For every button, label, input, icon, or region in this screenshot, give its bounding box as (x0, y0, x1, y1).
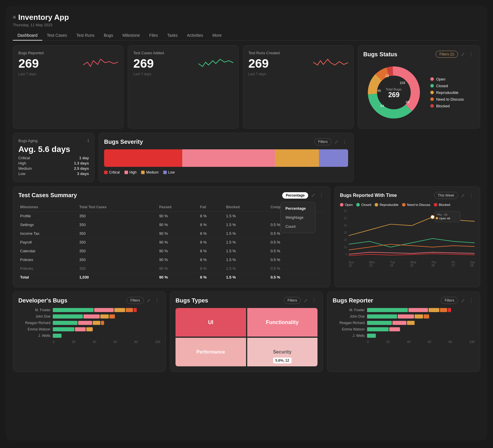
tooltip-dot (431, 215, 434, 219)
treemap-ui[interactable]: UI (176, 308, 246, 337)
bugs-status-more-btn[interactable]: ⋮ (468, 51, 475, 58)
bugs-status-donut-container: 103 98 64 45 22 Total Bugs: 269 Open (363, 62, 475, 123)
info-icon[interactable]: ℹ (87, 138, 89, 143)
row-3: Test Cases Summary Percentage ⤢ ⋮ Percen… (13, 186, 480, 287)
tab-testruns[interactable]: Test Runs (72, 31, 99, 41)
percentage-btn[interactable]: Percentage (282, 192, 308, 199)
bugs-types-treemap: UI Functionality Performance Security 5.… (176, 308, 317, 366)
test-runs-created-label: Test Runs Created (248, 51, 348, 55)
developers-bugs-card: Developer's Bugs Filters ⤢ ⋮ M. Fowler (13, 291, 166, 372)
x-axis-labels: Sun22Mon23Tue24Wed25Thu26Fri27Sat28 (349, 261, 475, 267)
bugs-time-expand-btn[interactable]: ⤢ (460, 192, 466, 199)
bugs-time-title: Bugs Reported With Time (340, 193, 397, 198)
devbugs-expand-btn[interactable]: ⤢ (145, 297, 152, 304)
tab-milestone[interactable]: Milestone (118, 31, 145, 41)
treemap-performance[interactable]: Performance (176, 338, 246, 366)
aging-medium: Medium2.5 days (18, 166, 89, 171)
bugs-severity-header: Bugs Severity Filters ⤢ ⋮ (104, 138, 348, 145)
svg-text:22: 22 (385, 74, 389, 78)
summary-header-row: Milestones Total Test Cases Passed Fail … (18, 203, 325, 212)
app-title: Inventory App (18, 13, 69, 22)
test-cases-period: Last 7 days (133, 72, 233, 76)
test-cases-summary-card: Test Cases Summary Percentage ⤢ ⋮ Percen… (13, 186, 330, 287)
test-runs-created-value: 269 (248, 57, 269, 71)
line-chart: Thu · 26 Open 48 Sun22Mon23Tue24Wed25Thu… (349, 209, 475, 267)
dropdown-percentage[interactable]: Percentage (281, 204, 315, 213)
table-row: Policies35090 %8 %1.5 %0.5 % (18, 264, 325, 273)
treemap-security[interactable]: Security 5.6%, 12 (247, 338, 318, 366)
severity-legend: Critical High Medium Low (104, 170, 348, 174)
severity-low (319, 149, 348, 167)
treemap-functionality[interactable]: Functionality (247, 308, 318, 337)
summary-more-btn[interactable]: ⋮ (318, 192, 325, 199)
bugstypes-title: Bugs Types (176, 297, 208, 304)
bugstypes-header: Bugs Types Filters ⤢ ⋮ (176, 297, 317, 304)
bugs-types-card: Bugs Types Filters ⤢ ⋮ UI Functionality (170, 291, 323, 372)
bugs-time-card: Bugs Reported With Time This Week ⤢ ⋮ Op… (334, 186, 480, 287)
devbugs-filter-btn[interactable]: Filters (127, 297, 144, 304)
bugstypes-filter-btn[interactable]: Filters (284, 297, 301, 304)
dashboard-grid: Bugs Reported 269 Last 7 days Test Cases… (13, 45, 480, 372)
reporter-more-btn[interactable]: ⋮ (468, 297, 475, 304)
severity-bar (104, 149, 348, 167)
reproducible-color (430, 91, 434, 94)
bugs-severity-filter-btn[interactable]: Filters (314, 138, 331, 145)
reporter-axis: 020406080100 (333, 340, 475, 344)
test-cases-added-label: Test Cases Added (133, 51, 233, 55)
test-runs-created-card: Test Runs Created 269 Last 7 days (243, 45, 354, 129)
reporter-title: Bugs Reporter (333, 297, 373, 304)
legend-medium: Medium (141, 170, 159, 174)
bugs-severity-card: Bugs Severity Filters ⤢ ⋮ (99, 133, 354, 182)
tab-testcases[interactable]: Test Cases (42, 31, 72, 41)
svg-text:103: 103 (400, 81, 405, 85)
dropdown-weightage[interactable]: Weightage (281, 213, 315, 222)
bugs-time-more-btn[interactable]: ⋮ (468, 192, 475, 199)
tab-bugs[interactable]: Bugs (99, 31, 118, 41)
tab-dashboard[interactable]: Dashboard (13, 31, 42, 41)
summary-expand-btn[interactable]: ⤢ (310, 192, 316, 199)
bugs-aging-card: Bugs Aging ℹ Avg. 5.6 days Critical1 day… (13, 133, 94, 182)
tab-more[interactable]: More (208, 31, 226, 41)
test-cases-sparkline (198, 56, 233, 71)
bugstypes-more-btn[interactable]: ⋮ (310, 297, 317, 304)
severity-critical (104, 149, 182, 167)
summary-header: Test Cases Summary Percentage ⤢ ⋮ (18, 192, 325, 199)
col-blocked: Blocked (224, 203, 269, 212)
col-total: Total Test Cases (78, 203, 157, 212)
reporter-expand-btn[interactable]: ⤢ (460, 297, 466, 304)
bugs-severity-expand-btn[interactable]: ⤢ (333, 139, 339, 145)
bugs-reporter-card: Bugs Reporter Filters ⤢ ⋮ M. Fowler (327, 291, 480, 372)
bugs-status-filter-btn[interactable]: Filters (2) (436, 51, 458, 58)
dropdown-count[interactable]: Count (281, 222, 315, 231)
tab-files[interactable]: Files (145, 31, 163, 41)
bugs-status-header: Bugs Status Filters (2) ⤢ ⋮ (363, 51, 475, 58)
devbugs-bars: M. Fowler John Doe (18, 308, 160, 338)
table-row: Policies35090 %8 %1.5 %0.5 % (18, 256, 325, 264)
severity-medium (275, 149, 319, 167)
blocked-color (430, 104, 434, 108)
row-1: Bugs Reported 269 Last 7 days Test Cases… (13, 45, 480, 129)
legend-open: Open (430, 77, 464, 81)
devbugs-header: Developer's Bugs Filters ⤢ ⋮ (18, 297, 160, 304)
treemap-tooltip: 5.6%, 12 (273, 358, 292, 363)
bugs-status-legend: Open Closed Reproducible Need to Di (430, 77, 464, 108)
bugstypes-actions: Filters ⤢ ⋮ (284, 297, 317, 304)
test-runs-period: Last 7 days (248, 72, 348, 76)
menu-icon[interactable]: ≡ (13, 14, 16, 20)
bugs-time-actions: This Week ⤢ ⋮ (434, 192, 475, 199)
row-4: Developer's Bugs Filters ⤢ ⋮ M. Fowler (13, 291, 480, 372)
bugs-time-period-btn[interactable]: This Week (434, 192, 458, 199)
devbugs-actions: Filters ⤢ ⋮ (127, 297, 160, 304)
need-discuss-color (430, 97, 434, 101)
reporter-filter-btn[interactable]: Filters (441, 297, 458, 304)
bugstypes-expand-btn[interactable]: ⤢ (303, 297, 309, 304)
bugs-severity-more-btn[interactable]: ⋮ (341, 139, 348, 145)
devbugs-more-btn[interactable]: ⋮ (153, 297, 160, 304)
table-row: Profile35090 %8 %1.5 % (18, 212, 325, 220)
tab-activities[interactable]: Activities (182, 31, 208, 41)
aging-critical: Critical1 day (18, 156, 89, 160)
app-title-row: ≡ Inventory App (13, 13, 480, 22)
svg-point-20 (436, 217, 438, 219)
bugs-status-expand-btn[interactable]: ⤢ (460, 51, 466, 58)
tab-tasks[interactable]: Tasks (162, 31, 182, 41)
